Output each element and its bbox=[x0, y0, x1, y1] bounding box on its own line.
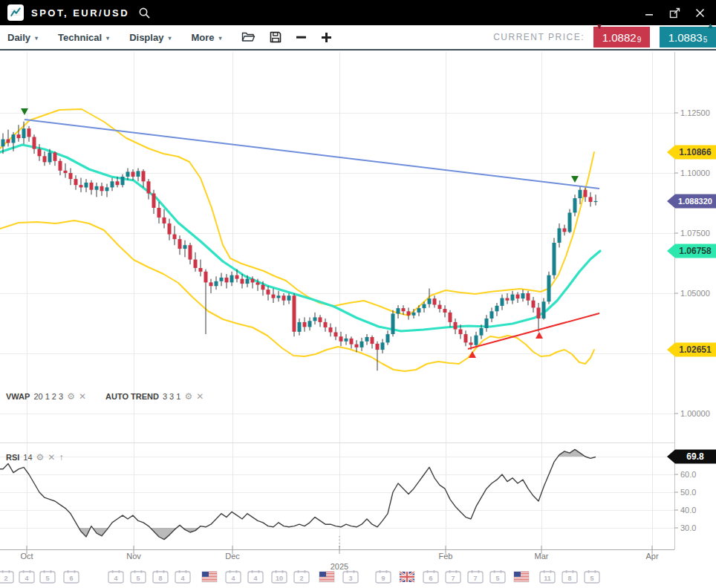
gear-icon[interactable]: ⚙ bbox=[36, 452, 45, 463]
calendar-day-icon[interactable]: 4 bbox=[175, 570, 190, 583]
menu-more[interactable]: More ▾ bbox=[191, 32, 221, 43]
calendar-day-icon[interactable]: 2 bbox=[0, 570, 13, 583]
svg-text:2: 2 bbox=[299, 575, 303, 582]
vwap-upper-band-line bbox=[0, 109, 594, 316]
svg-text:Dec: Dec bbox=[225, 552, 240, 561]
menu-display[interactable]: Display ▾ bbox=[129, 32, 171, 43]
menu-timeframe-label: Daily bbox=[7, 32, 30, 43]
rsi-line bbox=[0, 449, 596, 539]
price-badge: 69.8 bbox=[667, 450, 716, 464]
price-badge: 1.088320 bbox=[667, 195, 716, 209]
rsi-params: 14 bbox=[23, 453, 32, 462]
menu-technical[interactable]: Technical ▾ bbox=[58, 32, 109, 43]
svg-text:60.0: 60.0 bbox=[680, 470, 696, 479]
menu-display-label: Display bbox=[129, 32, 163, 43]
price-axis: 1.125001.100001.075001.050001.0000060.05… bbox=[674, 108, 710, 532]
svg-text:1.02651: 1.02651 bbox=[679, 344, 712, 355]
calendar-flag-uk[interactable] bbox=[400, 572, 414, 582]
close-icon[interactable]: ✕ bbox=[196, 391, 204, 402]
calendar-day-icon[interactable]: 8 bbox=[562, 570, 577, 583]
trendline-resistance[interactable] bbox=[25, 120, 599, 189]
indicator-legend-vwap: VWAP 20 1 2 3 ⚙ ✕ AUTO TREND 3 3 1 ⚙ ✕ bbox=[6, 391, 204, 402]
calendar-flag-us[interactable] bbox=[319, 572, 334, 582]
svg-text:1.12500: 1.12500 bbox=[680, 108, 710, 117]
svg-text:8: 8 bbox=[567, 575, 571, 582]
svg-text:4: 4 bbox=[231, 575, 235, 582]
svg-text:4: 4 bbox=[114, 575, 117, 582]
close-icon[interactable]: ✕ bbox=[48, 452, 55, 463]
chart-app-icon bbox=[7, 4, 24, 21]
indicator-legend-rsi: RSI 14 ⚙ ✕ ↑ bbox=[6, 452, 63, 463]
svg-text:5: 5 bbox=[590, 575, 593, 582]
rsi-oversold-fill bbox=[0, 449, 596, 539]
gear-icon[interactable]: ⚙ bbox=[184, 391, 192, 402]
price-badge: 1.02651 bbox=[667, 343, 716, 357]
candles-layer bbox=[1, 122, 598, 371]
calendar-day-icon[interactable]: 4 bbox=[108, 570, 123, 583]
ask-price-badge: 1.08835 ▲ bbox=[660, 27, 716, 48]
svg-text:3: 3 bbox=[348, 575, 352, 582]
chevron-down-icon: ▾ bbox=[168, 35, 171, 42]
zoom-out-button[interactable] bbox=[296, 32, 307, 42]
bid-price-badge: ▼ 1.08829 bbox=[593, 27, 650, 48]
close-icon[interactable]: ✕ bbox=[79, 391, 86, 402]
popout-button[interactable] bbox=[668, 7, 680, 19]
calendar-day-icon[interactable]: 2 bbox=[294, 570, 309, 583]
calendar-day-icon[interactable]: 5 bbox=[490, 570, 505, 583]
menu-timeframe[interactable]: Daily ▾ bbox=[7, 32, 38, 43]
price-down-arrow-icon: ▼ bbox=[596, 23, 603, 30]
calendar-day-icon[interactable]: 4 bbox=[226, 570, 241, 583]
svg-text:Nov: Nov bbox=[126, 552, 141, 561]
search-icon[interactable] bbox=[138, 7, 151, 19]
calendar-flag-us[interactable] bbox=[202, 572, 217, 582]
calendar-day-icon[interactable]: 9 bbox=[376, 570, 391, 583]
price-up-arrow-icon: ▲ bbox=[706, 22, 715, 30]
zoom-in-button[interactable] bbox=[321, 32, 332, 43]
svg-text:9: 9 bbox=[381, 575, 385, 582]
calendar-day-icon[interactable]: 5 bbox=[585, 570, 599, 583]
calendar-day-icon[interactable]: 4 bbox=[19, 570, 34, 583]
calendar-day-icon[interactable]: 3 bbox=[343, 570, 358, 583]
svg-text:30.0: 30.0 bbox=[680, 523, 696, 532]
chevron-down-icon: ▾ bbox=[106, 35, 109, 42]
svg-text:40.0: 40.0 bbox=[680, 506, 696, 514]
calendar-day-icon[interactable]: 11 bbox=[540, 570, 555, 583]
svg-text:Feb: Feb bbox=[439, 552, 453, 561]
minimize-button[interactable] bbox=[643, 7, 655, 19]
svg-text:4: 4 bbox=[25, 575, 28, 582]
calendar-day-icon[interactable]: 6 bbox=[423, 570, 438, 583]
move-pane-up-icon[interactable]: ↑ bbox=[59, 452, 63, 463]
svg-text:1.088320: 1.088320 bbox=[678, 197, 712, 206]
calendar-day-icon[interactable]: 5 bbox=[131, 570, 146, 583]
economic-calendar-strip: 24564584441023967751185 bbox=[0, 570, 599, 583]
calendar-day-icon[interactable]: 10 bbox=[272, 570, 287, 583]
save-chart-icon[interactable] bbox=[270, 31, 281, 43]
svg-text:Oct: Oct bbox=[20, 552, 33, 561]
gear-icon[interactable]: ⚙ bbox=[67, 391, 75, 402]
svg-text:5: 5 bbox=[495, 575, 499, 582]
calendar-flag-us[interactable] bbox=[514, 572, 529, 582]
calendar-day-icon[interactable]: 6 bbox=[64, 570, 79, 583]
svg-text:7: 7 bbox=[473, 575, 477, 582]
svg-text:2025: 2025 bbox=[331, 562, 348, 571]
chart-canvas[interactable]: 1.125001.100001.075001.050001.0000060.05… bbox=[0, 0, 716, 588]
vwap-params: 20 1 2 3 bbox=[33, 392, 63, 401]
svg-text:1.10866: 1.10866 bbox=[679, 147, 712, 157]
bid-price-pip: 9 bbox=[637, 36, 642, 44]
auto-trend-params: 3 3 1 bbox=[163, 392, 180, 401]
menu-technical-label: Technical bbox=[58, 32, 102, 43]
close-button[interactable] bbox=[694, 7, 706, 19]
price-badge: 1.10866 bbox=[667, 146, 716, 160]
menu-more-label: More bbox=[191, 32, 214, 43]
calendar-day-icon[interactable]: 5 bbox=[40, 570, 55, 583]
calendar-day-icon[interactable]: 8 bbox=[153, 570, 168, 583]
open-chart-icon[interactable] bbox=[241, 31, 256, 43]
calendar-day-icon[interactable]: 4 bbox=[248, 570, 263, 583]
calendar-day-icon[interactable]: 7 bbox=[446, 570, 460, 583]
svg-text:4: 4 bbox=[253, 575, 257, 582]
bid-price-value: 1.0882 bbox=[602, 31, 637, 44]
window-controls bbox=[643, 7, 709, 19]
svg-text:7: 7 bbox=[451, 575, 455, 582]
svg-text:69.8: 69.8 bbox=[686, 451, 704, 462]
calendar-day-icon[interactable]: 7 bbox=[468, 570, 483, 583]
